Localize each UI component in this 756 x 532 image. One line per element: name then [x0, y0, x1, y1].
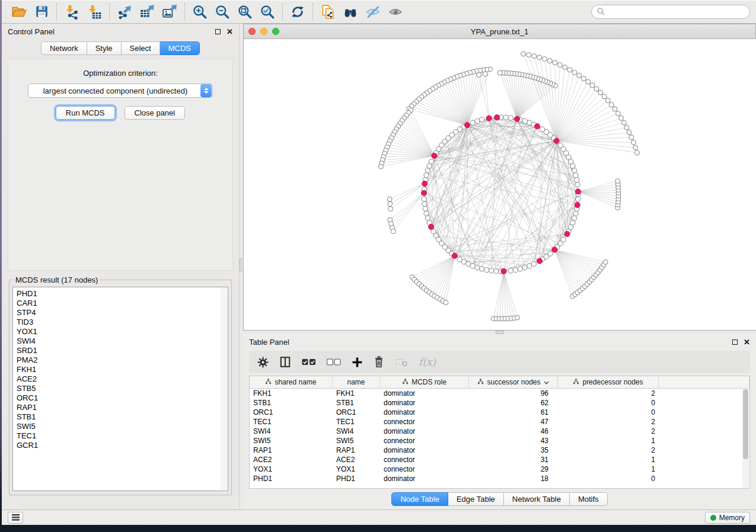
mcds-hub-node[interactable]	[537, 258, 542, 264]
mcds-node-item[interactable]: STB5	[17, 384, 224, 393]
network-leaf-node[interactable]	[615, 179, 620, 184]
network-leaf-node[interactable]	[497, 70, 502, 75]
mcds-node-item[interactable]: TID3	[17, 318, 224, 327]
search-input[interactable]	[605, 8, 745, 16]
zoom-in-icon[interactable]	[189, 2, 211, 22]
mcds-node-item[interactable]: SRD1	[17, 346, 224, 355]
splitter-grabber[interactable]	[496, 331, 504, 334]
table-scrollbar[interactable]	[742, 389, 749, 488]
network-leaf-node[interactable]	[483, 72, 487, 76]
mcds-hub-node[interactable]	[495, 115, 500, 120]
network-node[interactable]	[508, 116, 513, 120]
mcds-node-item[interactable]: SWI5	[17, 422, 224, 431]
network-node[interactable]	[572, 216, 576, 220]
network-leaf-node[interactable]	[615, 111, 620, 116]
table-row[interactable]: ACE2ACE2connector311	[250, 455, 749, 464]
network-node[interactable]	[522, 118, 527, 123]
mcds-hub-node[interactable]	[575, 189, 580, 194]
mcds-hub-node[interactable]	[514, 116, 519, 121]
network-leaf-node[interactable]	[627, 130, 631, 134]
network-node[interactable]	[561, 237, 566, 242]
mcds-node-item[interactable]: GCR1	[17, 441, 224, 450]
network-node[interactable]	[573, 172, 578, 177]
tab-style[interactable]: Style	[87, 41, 122, 55]
network-node[interactable]	[479, 117, 484, 122]
import-table-icon[interactable]	[83, 2, 106, 22]
network-node[interactable]	[574, 177, 579, 182]
horizontal-splitter[interactable]	[243, 331, 756, 334]
network-node[interactable]	[425, 216, 430, 220]
network-node[interactable]	[503, 115, 508, 120]
tab-network[interactable]: Network	[41, 41, 87, 55]
network-node[interactable]	[475, 265, 480, 270]
network-leaf-node[interactable]	[631, 140, 636, 145]
zoom-out-icon[interactable]	[211, 2, 234, 22]
tab-network-table[interactable]: Network Table	[504, 492, 570, 506]
table-row[interactable]: RAP1RAP1dominator352	[250, 446, 749, 455]
import-network-icon[interactable]	[60, 2, 83, 22]
network-leaf-node[interactable]	[477, 72, 481, 77]
tab-select[interactable]: Select	[122, 41, 160, 55]
column-header-predecessor-nodes[interactable]: predecessor nodes	[558, 376, 659, 388]
network-leaf-node[interactable]	[557, 63, 562, 68]
network-node[interactable]	[522, 265, 527, 270]
mcds-hub-node[interactable]	[464, 123, 470, 128]
mcds-hub-node[interactable]	[564, 231, 570, 236]
float-panel-icon[interactable]	[732, 339, 738, 345]
table-row[interactable]: SWI4SWI4dominator462	[250, 427, 749, 436]
network-node[interactable]	[576, 197, 580, 201]
mcds-hub-node[interactable]	[486, 116, 492, 121]
table-row[interactable]: YOX1YOX1connector291	[250, 464, 749, 474]
mcds-node-item[interactable]: SWI4	[17, 336, 224, 346]
mcds-node-item[interactable]: STP4	[17, 308, 224, 318]
network-leaf-node[interactable]	[563, 65, 567, 70]
network-node[interactable]	[508, 268, 513, 273]
network-leaf-node[interactable]	[537, 55, 542, 60]
export-image-icon[interactable]	[158, 2, 181, 22]
delete-icon[interactable]	[374, 356, 384, 368]
mcds-node-item[interactable]: PMA2	[17, 355, 224, 365]
network-node[interactable]	[423, 206, 428, 211]
network-leaf-node[interactable]	[542, 57, 547, 62]
memory-button[interactable]: Memory	[705, 512, 750, 524]
network-leaf-node[interactable]	[586, 79, 591, 84]
float-panel-icon[interactable]	[215, 29, 221, 34]
refresh-icon[interactable]	[286, 2, 309, 22]
zoom-selected-icon[interactable]	[256, 2, 279, 22]
table-row[interactable]: PHD1PHD1dominator180	[250, 474, 749, 483]
mcds-hub-node[interactable]	[575, 202, 580, 207]
network-leaf-node[interactable]	[598, 90, 603, 95]
mcds-hub-node[interactable]	[422, 181, 428, 186]
splitter-grabber[interactable]	[240, 258, 244, 271]
mcds-hub-node[interactable]	[452, 253, 457, 258]
tab-mcds[interactable]: MCDS	[160, 41, 200, 55]
select-all-checkboxes-icon[interactable]	[302, 357, 316, 367]
table-row[interactable]: TEC1TEC1connector472	[250, 417, 749, 427]
network-leaf-node[interactable]	[388, 201, 393, 206]
network-leaf-node[interactable]	[387, 197, 392, 201]
mcds-hub-node[interactable]	[429, 224, 434, 229]
network-leaf-node[interactable]	[602, 94, 607, 99]
binoculars-icon[interactable]	[339, 2, 362, 22]
network-leaf-node[interactable]	[581, 76, 586, 81]
network-node[interactable]	[470, 120, 475, 125]
network-node[interactable]	[494, 269, 499, 274]
mcds-hub-node[interactable]	[534, 124, 540, 129]
network-leaf-node[interactable]	[590, 83, 595, 88]
network-leaf-node[interactable]	[629, 135, 634, 140]
tab-edge-table[interactable]: Edge Table	[448, 492, 504, 506]
network-node[interactable]	[572, 168, 576, 173]
network-node[interactable]	[575, 182, 580, 187]
network-node[interactable]	[531, 261, 536, 266]
vertical-splitter[interactable]	[239, 24, 243, 509]
network-leaf-node[interactable]	[572, 70, 577, 75]
deselect-checkboxes-icon[interactable]	[327, 357, 341, 367]
network-leaf-node[interactable]	[521, 52, 526, 56]
add-column-icon[interactable]	[352, 357, 363, 368]
scrollbar-thumb[interactable]	[743, 389, 748, 459]
column-header-MCDS-role[interactable]: MCDS role	[380, 376, 469, 388]
network-leaf-node[interactable]	[527, 53, 531, 57]
network-node[interactable]	[513, 267, 518, 272]
column-header-name[interactable]: name	[333, 376, 380, 388]
network-leaf-node[interactable]	[621, 120, 626, 125]
